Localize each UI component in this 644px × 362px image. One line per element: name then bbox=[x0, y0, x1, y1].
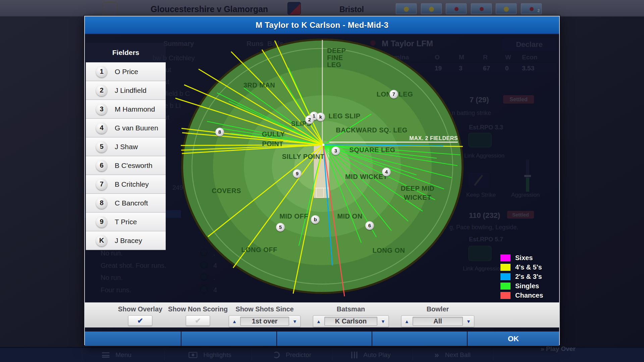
fielder-name: J Shaw bbox=[115, 143, 138, 151]
fielder-list-item[interactable]: KJ Bracey bbox=[86, 231, 166, 250]
fielder-marker-9[interactable]: 9 bbox=[293, 169, 302, 179]
bowler-control: Bowler ▲ All ▼ bbox=[401, 305, 474, 327]
batsman-control: Batsman ▲ K Carlson ▼ bbox=[313, 305, 389, 327]
position-label: SILLY POINT bbox=[282, 153, 325, 160]
fielder-number-badge: 5 bbox=[96, 141, 107, 153]
legend-label: Singles bbox=[515, 282, 539, 290]
fielder-list-item[interactable]: 2J Lindfield bbox=[86, 81, 166, 100]
fielder-number-badge: 1 bbox=[96, 66, 107, 77]
screen: Gloucestershire v Glamorgan Bristol 2 Su… bbox=[0, 0, 644, 362]
position-label: MID OFF bbox=[279, 213, 308, 220]
fielder-list-item[interactable]: 9T Price bbox=[86, 213, 166, 231]
legend-row: Singles bbox=[500, 281, 543, 291]
position-label: LEG bbox=[327, 61, 341, 68]
marker-label: 3 bbox=[334, 148, 337, 154]
stepper-up-icon[interactable]: ▲ bbox=[313, 319, 324, 324]
footer-button-4[interactable] bbox=[372, 331, 468, 346]
fielder-number-badge: K bbox=[96, 235, 107, 246]
fielder-name: B C'esworth bbox=[115, 162, 153, 170]
fielder-marker-7[interactable]: 7 bbox=[389, 90, 398, 99]
position-label: LONG OFF bbox=[241, 246, 277, 253]
legend-row: 4's & 5's bbox=[500, 262, 543, 272]
show-shots-since-label: Show Shots Since bbox=[235, 305, 293, 313]
dialog-title: M Taylor to K Carlson - Med-Mid-3 bbox=[85, 16, 559, 34]
fielders-panel-header: Fielders bbox=[86, 43, 166, 62]
fielder-marker-k[interactable]: k bbox=[316, 113, 325, 122]
batsman-label: Batsman bbox=[337, 305, 365, 313]
footer-button-3[interactable] bbox=[277, 331, 372, 346]
footer-button-1[interactable] bbox=[85, 331, 181, 346]
show-non-scoring-control: Show Non Scoring ✔ bbox=[161, 305, 235, 326]
marker-label: 7 bbox=[392, 91, 395, 97]
legend-label: 2's & 3's bbox=[515, 273, 542, 281]
position-label: LONG ON bbox=[373, 247, 405, 254]
show-overlay-checkbox[interactable]: ✔ bbox=[128, 315, 152, 326]
footer-button-2[interactable] bbox=[181, 331, 277, 346]
marker-label: 8 bbox=[218, 129, 221, 135]
position-label: GULLY bbox=[262, 130, 285, 138]
marker-label: 4 bbox=[385, 169, 388, 175]
show-non-scoring-checkbox[interactable]: ✔ bbox=[186, 315, 210, 326]
position-label: MID WICKET bbox=[345, 173, 387, 180]
fielder-marker-4[interactable]: 4 bbox=[382, 168, 391, 177]
position-label: COVERS bbox=[212, 187, 241, 194]
position-label: BACKWARD SQ. LEG bbox=[336, 126, 408, 134]
fielder-number-badge: 2 bbox=[96, 85, 107, 96]
position-label: FINE bbox=[327, 54, 343, 61]
position-label: WICKET bbox=[404, 194, 431, 201]
controls-bar: Show Overlay ✔ Show Non Scoring ✔ Show S… bbox=[85, 302, 559, 328]
stepper-down-icon[interactable]: ▼ bbox=[463, 319, 474, 324]
fielder-marker-8[interactable]: 8 bbox=[215, 128, 224, 137]
fielder-name: C Bancroft bbox=[115, 199, 148, 207]
fielder-number-badge: 4 bbox=[96, 122, 107, 134]
fielder-list-item[interactable]: 1O Price bbox=[86, 62, 166, 81]
bowler-value[interactable]: All bbox=[413, 317, 463, 326]
marker-label: b bbox=[314, 217, 317, 222]
fielder-marker-2[interactable]: 2 bbox=[305, 115, 314, 125]
check-icon: ✔ bbox=[137, 317, 143, 324]
fielder-number-badge: 9 bbox=[96, 216, 107, 228]
fielder-list-item[interactable]: 6B C'esworth bbox=[86, 156, 166, 175]
marker-label: 5 bbox=[279, 224, 282, 230]
twos-swatch bbox=[500, 273, 511, 280]
legend-row: Chances bbox=[500, 291, 543, 300]
fielder-marker-b[interactable]: b bbox=[311, 215, 320, 225]
position-label: 3RD MAN bbox=[244, 81, 275, 89]
marker-label: 6 bbox=[368, 223, 371, 228]
bowler-stepper: ▲ All ▼ bbox=[401, 315, 474, 327]
fielder-list-item[interactable]: 3M Hammond bbox=[86, 100, 166, 119]
shots-since-stepper: ▲ 1st over ▼ bbox=[229, 315, 301, 327]
marker-label: 9 bbox=[296, 171, 299, 176]
fielder-list-item[interactable]: 7B Critchley bbox=[86, 175, 166, 194]
ok-button[interactable]: OK bbox=[468, 331, 559, 346]
show-shots-since-control: Show Shots Since ▲ 1st over ▼ bbox=[229, 305, 301, 327]
fielders-panel: Fielders 1O Price2J Lindfield3M Hammond4… bbox=[86, 43, 166, 250]
fielder-marker-3[interactable]: 3 bbox=[331, 146, 340, 156]
legend-label: Sixes bbox=[515, 254, 533, 262]
field-overlay-dialog: 3RD MANLONG LEGLEG SLIPSLIPSBACKWARD SQ.… bbox=[84, 16, 560, 345]
show-non-scoring-label: Show Non Scoring bbox=[168, 305, 228, 313]
stepper-up-icon[interactable]: ▲ bbox=[229, 319, 240, 324]
stepper-down-icon[interactable]: ▼ bbox=[378, 319, 388, 324]
batsman-value[interactable]: K Carlson bbox=[324, 317, 377, 326]
stepper-up-icon[interactable]: ▲ bbox=[401, 319, 412, 324]
footer-buttons: OK bbox=[85, 331, 559, 346]
shots-since-value[interactable]: 1st over bbox=[240, 317, 289, 326]
stepper-down-icon[interactable]: ▼ bbox=[289, 319, 300, 324]
chances-swatch bbox=[500, 292, 511, 299]
fielder-list-item[interactable]: 4G van Buuren bbox=[86, 119, 166, 137]
position-label: SQUARE LEG bbox=[349, 146, 395, 154]
position-label: DEEP bbox=[327, 47, 346, 54]
fielder-marker-5[interactable]: 5 bbox=[276, 223, 285, 232]
fielder-number-badge: 3 bbox=[96, 104, 107, 115]
fielder-list-item[interactable]: 5J Shaw bbox=[86, 137, 166, 156]
check-icon: ✔ bbox=[195, 317, 201, 324]
fielder-name: B Critchley bbox=[115, 180, 149, 188]
fielder-marker-6[interactable]: 6 bbox=[365, 221, 374, 231]
shot-legend: Sixes4's & 5's2's & 3'sSinglesChances bbox=[500, 253, 543, 300]
fielder-list-item[interactable]: 8C Bancroft bbox=[86, 194, 166, 213]
fielder-number-badge: 8 bbox=[96, 197, 107, 209]
position-label: DEEP MID bbox=[401, 185, 434, 192]
singles-swatch bbox=[500, 283, 511, 290]
fielder-name: J Lindfield bbox=[115, 86, 147, 95]
